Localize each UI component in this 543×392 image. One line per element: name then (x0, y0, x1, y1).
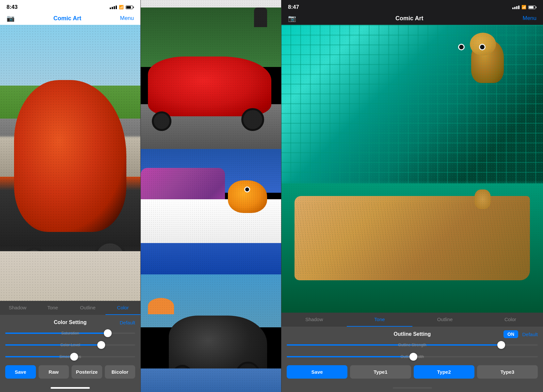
nav-bar-left: 📷 Comic Art Menu (0, 12, 140, 25)
tab-shadow-right[interactable]: Shadow (281, 313, 347, 327)
tab-color-left[interactable]: Color (105, 301, 141, 315)
wifi-icon: 📶 (119, 5, 124, 9)
tabs-left: Shadow Tone Outline Color (0, 301, 140, 315)
tab-shadow-left[interactable]: Shadow (0, 301, 35, 315)
outline-width-slider[interactable]: Outline Width (287, 353, 538, 361)
outline-width-thumb[interactable] (409, 353, 417, 361)
nav-title-left: Comic Art (54, 15, 81, 22)
menu-btn-right[interactable]: Menu (522, 15, 536, 22)
bicolor-btn[interactable]: Bicolor (105, 365, 136, 379)
posterize-btn[interactable]: Posterize (72, 365, 102, 379)
action-row-right: Save Type1 Type2 Type3 (287, 363, 538, 383)
setting-title-row-left: Color Setting Default (5, 318, 135, 327)
saturation-thumb[interactable] (104, 329, 112, 337)
color-setting-panel: Color Setting Default Saturation (0, 315, 140, 385)
nav-bar-right: 📷 Comic Art Menu (281, 12, 543, 25)
save-btn-left[interactable]: Save (5, 365, 36, 379)
nav-title-right: Comic Art (395, 15, 423, 22)
camera-icon-left[interactable]: 📷 (7, 14, 15, 22)
tabs-right: Shadow Tone Outline Color (281, 313, 543, 327)
battery-icon (126, 6, 134, 9)
signal-icon-right (512, 6, 519, 9)
tab-tone-right[interactable]: Tone (347, 313, 412, 327)
red-car-section (141, 0, 281, 149)
outline-strength-thumb[interactable] (497, 341, 505, 349)
camera-icon-right[interactable]: 📷 (288, 14, 296, 22)
color-level-slider[interactable]: Color Level (5, 341, 135, 349)
tab-outline-right[interactable]: Outline (412, 313, 478, 327)
smoothness-thumb[interactable] (70, 353, 78, 361)
home-indicator-right (281, 385, 543, 392)
type3-btn[interactable]: Type3 (477, 365, 538, 379)
color-level-row: Color Level (5, 339, 135, 351)
status-icons-right: 📶 (512, 5, 536, 9)
outline-setting-panel: Outline Setting ON Default Outline Stren… (281, 327, 543, 385)
smoothness-row: Smoothness (5, 351, 135, 363)
saturation-slider[interactable]: Saturation (5, 329, 135, 337)
action-row-left: Save Raw Posterize Bicolor (5, 363, 135, 383)
home-bar-left (51, 387, 90, 389)
battery-icon-right (528, 6, 536, 9)
raw-btn[interactable]: Raw (39, 365, 69, 379)
bottom-panel-right: Shadow Tone Outline Color Outline Settin… (281, 313, 543, 392)
setting-title-row-right: Outline Setting ON Default (287, 329, 538, 339)
type1-btn[interactable]: Type1 (350, 365, 411, 379)
outline-setting-title: Outline Setting (394, 331, 431, 337)
outline-strength-row: Outline Strength (287, 339, 538, 351)
outline-width-row: Outline Width (287, 351, 538, 363)
status-bar-right: 8:47 📶 (281, 0, 543, 12)
main-image-left (0, 25, 140, 301)
status-bar-left: 8:43 📶 (0, 0, 140, 12)
saturation-row: Saturation (5, 327, 135, 339)
tab-outline-left[interactable]: Outline (70, 301, 105, 315)
tab-color-right[interactable]: Color (478, 313, 543, 327)
blue-motorcycle-section (141, 274, 281, 392)
default-btn-right[interactable]: Default (522, 332, 538, 337)
panel-right: 8:47 📶 📷 Comic Art Menu (281, 0, 543, 392)
tab-tone-left[interactable]: Tone (35, 301, 71, 315)
signal-icon (110, 6, 117, 9)
status-icons-left: 📶 (110, 5, 134, 9)
time-left: 8:43 (7, 4, 18, 10)
color-level-thumb[interactable] (97, 341, 105, 349)
panel-middle (141, 0, 281, 392)
on-btn[interactable]: ON (503, 330, 518, 338)
home-bar-right (393, 387, 432, 389)
bottom-panel-left: Shadow Tone Outline Color Color Setting … (0, 301, 140, 392)
panel-left: 8:43 📶 📷 Comic Art Menu (0, 0, 140, 392)
time-right: 8:47 (288, 4, 299, 10)
default-btn-left[interactable]: Default (120, 320, 135, 325)
color-setting-title: Color Setting (54, 319, 87, 325)
main-image-right (281, 25, 543, 313)
outline-strength-slider[interactable]: Outline Strength (287, 341, 538, 349)
smoothness-slider[interactable]: Smoothness (5, 353, 135, 361)
fish-section (141, 149, 281, 274)
wifi-icon-right: 📶 (521, 5, 526, 9)
home-indicator-left (0, 385, 140, 392)
save-btn-right[interactable]: Save (287, 365, 347, 379)
type2-btn[interactable]: Type2 (414, 365, 474, 379)
comic-image-stack (141, 0, 281, 392)
menu-btn-left[interactable]: Menu (120, 15, 134, 22)
